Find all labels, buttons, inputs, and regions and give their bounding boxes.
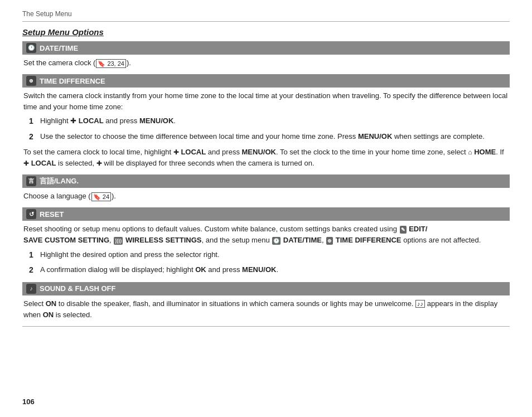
reset-step-num-1: 1 (29, 249, 37, 261)
sound-body: Select ON to disable the speaker, flash,… (22, 298, 510, 321)
page-header: The Setup Menu (22, 10, 510, 22)
lang-icon: 言 (26, 176, 36, 186)
lang-desc: Choose a language (🔖 24). (23, 191, 509, 202)
timediff-body: Switch the camera clock instantly from y… (22, 90, 510, 169)
lang-header-text: 言語/LANG. (40, 176, 79, 186)
step-num-2: 2 (29, 131, 37, 143)
datetime-header-text: DATE/TIME (40, 44, 78, 52)
sound-icon: ♪ (26, 284, 36, 294)
datetime-icon: 🕐 (26, 43, 36, 53)
book-ref-lang: 🔖 24 (91, 192, 111, 201)
book-ref-datetime: 🔖 23, 24 (96, 59, 126, 68)
step-num-1: 1 (29, 115, 37, 128)
datetime-desc: Set the camera clock (🔖 23, 24). (23, 57, 509, 69)
datetime-body: Set the camera clock (🔖 23, 24). (22, 57, 510, 69)
reset-header-text: RESET (40, 210, 64, 219)
timediff-step-2: 2 Use the selector to choose the time di… (29, 131, 509, 143)
timediff-extra: To set the camera clock to local time, h… (23, 147, 509, 169)
page-number: 106 (22, 397, 35, 406)
timediff-icon: ⊕ (26, 76, 36, 86)
section-title: Setup Menu Options (22, 27, 510, 37)
datetime-icon-inline: 🕐 (272, 237, 280, 245)
menu-header-datetime: 🕐 DATE/TIME (22, 41, 510, 55)
menu-header-reset: ↺ RESET (22, 207, 510, 221)
timediff-icon-inline: ⊕ (326, 237, 333, 245)
reset-icon: ↺ (26, 209, 36, 219)
sound-desc: Select ON to disable the speaker, flash,… (23, 298, 509, 321)
sound-header-text: SOUND & FLASH OFF (40, 284, 116, 293)
timediff-step-2-text: Use the selector to choose the time diff… (40, 131, 485, 142)
menu-header-lang: 言 言語/LANG. (22, 174, 510, 188)
reset-steps: 1 Highlight the desired option and press… (29, 249, 509, 277)
page-footer: 106 (22, 397, 35, 406)
reset-step-2: 2 A confirmation dialog will be displaye… (29, 264, 509, 277)
menu-header-timediff: ⊕ TIME DIFFERENCE (22, 74, 510, 88)
timediff-step-1-text: Highlight ✚ LOCAL and press MENU/OK. (40, 115, 176, 127)
timediff-step-1: 1 Highlight ✚ LOCAL and press MENU/OK. (29, 115, 509, 128)
lang-body: Choose a language (🔖 24). (22, 191, 510, 202)
timediff-header-text: TIME DIFFERENCE (40, 77, 105, 85)
reset-desc: Reset shooting or setup menu options to … (23, 224, 509, 246)
page-container: The Setup Menu Setup Menu Options 🕐 DATE… (0, 0, 532, 417)
wireless-icon-inline: )))) (114, 237, 123, 245)
bottom-divider (22, 326, 510, 327)
reset-step-1-text: Highlight the desired option and press t… (40, 249, 220, 260)
edit-icon-inline: ✎ (400, 226, 407, 234)
sound-display-icon: ♪♪ (415, 300, 425, 308)
header-title: The Setup Menu (22, 10, 72, 18)
reset-step-1: 1 Highlight the desired option and press… (29, 249, 509, 261)
menu-header-sound: ♪ SOUND & FLASH OFF (22, 282, 510, 295)
timediff-steps: 1 Highlight ✚ LOCAL and press MENU/OK. 2… (29, 115, 509, 143)
reset-body: Reset shooting or setup menu options to … (22, 224, 510, 277)
reset-step-num-2: 2 (29, 264, 37, 277)
timediff-desc: Switch the camera clock instantly from y… (23, 90, 509, 113)
reset-step-2-text: A confirmation dialog will be displayed;… (40, 264, 278, 275)
